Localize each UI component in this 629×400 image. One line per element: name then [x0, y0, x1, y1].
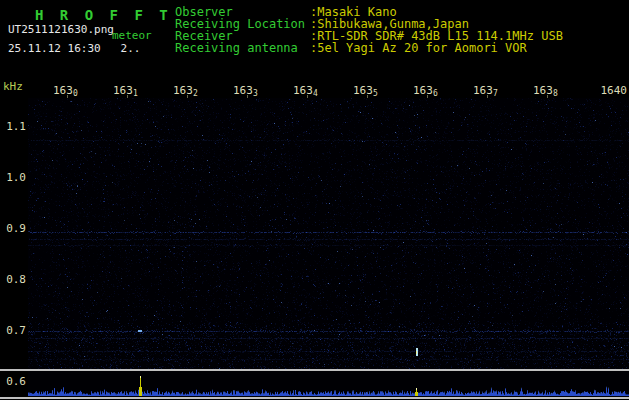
- x-tick-label: 1632: [173, 84, 198, 98]
- hrofft-spectrogram-screen: H R O F F T UT2511121630.png meteor 25.1…: [0, 0, 629, 400]
- x-tick-label: 1633: [233, 84, 258, 98]
- y-tick-label: 0.8: [2, 273, 26, 286]
- y-tick-label: 0.9: [2, 222, 26, 235]
- x-tick-label: 1640: [601, 84, 628, 97]
- y-tick-label: 1.0: [2, 171, 26, 184]
- y-tick-label: 0.7: [2, 324, 26, 337]
- info-value: :5el Yagi Az 20 for Aomori VOR: [310, 42, 527, 54]
- station-info-block: Observer:Masaki KanoReceiving Location:S…: [175, 6, 629, 54]
- x-tick-label: 1635: [353, 84, 378, 98]
- x-tick-label: 1637: [473, 84, 498, 98]
- y-tick-label: 0.6: [2, 375, 26, 388]
- x-tick-label: 1638: [533, 84, 558, 98]
- info-label: Receiving antenna: [175, 42, 298, 54]
- x-tick-label: 1636: [413, 84, 438, 98]
- app-title: H R O F F T: [35, 7, 172, 23]
- mode-label: meteor: [112, 29, 152, 42]
- signal-level-strip-canvas: [28, 371, 629, 397]
- x-tick-label: 1631: [113, 84, 138, 98]
- y-tick-label: 1.1: [2, 120, 26, 133]
- y-axis-label-column: 1.11.00.90.80.70.6: [0, 0, 28, 400]
- info-row: Receiving antenna:5el Yagi Az 20 for Aom…: [175, 42, 629, 54]
- baseline-line-bottom: [0, 397, 629, 399]
- spectrogram-canvas: [28, 98, 629, 370]
- x-tick-label: 1634: [293, 84, 318, 98]
- x-axis-tick-row: 1630163116321633163416351636163716381640: [0, 84, 629, 98]
- x-tick-label: 1630: [53, 84, 78, 98]
